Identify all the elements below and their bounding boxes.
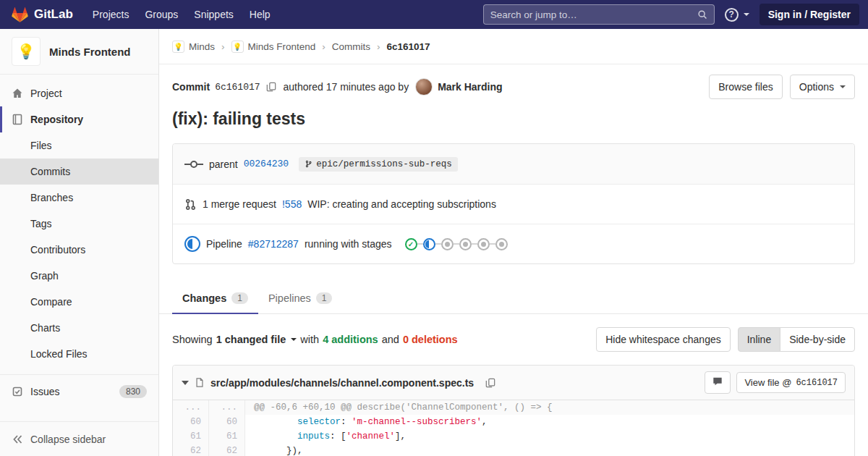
pipeline-running-icon[interactable] xyxy=(184,236,200,252)
new-line-number[interactable]: ... xyxy=(209,400,245,415)
toggle-comments-button[interactable] xyxy=(705,371,731,394)
tab-changes[interactable]: Changes1 xyxy=(172,283,258,313)
comment-icon xyxy=(712,376,723,389)
new-line-number[interactable]: 60 xyxy=(209,415,245,429)
additions-count: 4 additions xyxy=(323,334,378,345)
diff-hunk-line: ......@@ -60,6 +60,10 @@ describe('Chann… xyxy=(173,400,854,415)
repository-submenu: FilesCommitsBranchesTagsContributorsGrap… xyxy=(0,132,158,367)
pipeline-stage-created-icon[interactable] xyxy=(441,238,454,250)
old-line-number[interactable]: 60 xyxy=(173,415,209,429)
search-box[interactable] xyxy=(483,4,715,25)
sidebar-item-tags[interactable]: Tags xyxy=(0,211,158,237)
tab-label: Changes xyxy=(182,292,226,304)
tab-count-badge: 1 xyxy=(316,292,333,304)
pipeline-stage-created-icon[interactable] xyxy=(477,238,490,250)
pipeline-stage-success-icon[interactable]: ✓ xyxy=(405,238,417,250)
help-dropdown[interactable]: ? xyxy=(725,8,749,22)
sidebar-item-locked-files[interactable]: Locked Files xyxy=(0,341,158,367)
hide-whitespace-button[interactable]: Hide whitespace changes xyxy=(596,327,731,352)
stage-connector xyxy=(472,243,477,245)
code-token: @@ -60,6 +60,10 @@ describe('ChannelComp… xyxy=(254,402,553,413)
file-icon xyxy=(195,377,205,388)
nav-item-snippets[interactable]: Snippets xyxy=(186,1,241,28)
commit-icon xyxy=(184,159,203,169)
new-line-number[interactable]: 61 xyxy=(209,429,245,444)
breadcrumb-minds[interactable]: 💡Minds xyxy=(172,41,215,53)
nav-item-projects[interactable]: Projects xyxy=(85,1,137,28)
nav-item-help[interactable]: Help xyxy=(242,1,278,28)
file-path[interactable]: src/app/modules/channels/channel.compone… xyxy=(210,377,474,389)
merge-request-icon xyxy=(184,198,197,211)
sidebar-item-repository[interactable]: Repository xyxy=(0,106,158,132)
pipeline-mini-graph: ✓ xyxy=(405,238,508,250)
inline-view-button[interactable]: Inline xyxy=(738,327,780,352)
sidebar-item-compare[interactable]: Compare xyxy=(0,289,158,315)
breadcrumb-minds-frontend[interactable]: 💡Minds Frontend xyxy=(231,41,316,53)
authored-text: authored xyxy=(284,81,323,93)
diff-mode-toggle: Inline Side-by-side xyxy=(738,327,855,352)
authored-time: 17 minutes ago xyxy=(326,81,396,93)
gitlab-logo[interactable]: GitLab xyxy=(12,7,73,23)
code-token: inputs xyxy=(297,431,330,442)
sidebar-item-label: Issues xyxy=(30,386,59,397)
options-label: Options xyxy=(799,81,834,93)
group-avatar-icon: 💡 xyxy=(172,41,184,53)
view-file-button[interactable]: View file @ 6c161017 xyxy=(736,372,846,393)
sign-in-button[interactable]: Sign in / Register xyxy=(760,4,859,25)
old-line-number[interactable]: 62 xyxy=(173,444,209,456)
tab-pipelines[interactable]: Pipelines1 xyxy=(258,283,343,313)
sidebar-item-branches[interactable]: Branches xyxy=(0,185,158,211)
sidebar-item-graph[interactable]: Graph xyxy=(0,263,158,289)
pipeline-stage-created-icon[interactable] xyxy=(459,238,472,250)
pipeline-label: Pipeline xyxy=(206,238,242,250)
old-line-number[interactable]: ... xyxy=(173,400,209,415)
mr-count-text: 1 merge request xyxy=(203,198,276,210)
old-line-number[interactable]: 61 xyxy=(173,429,209,444)
authored-by-text: by xyxy=(398,81,409,93)
search-icon[interactable] xyxy=(697,9,707,20)
sidebar-item-files[interactable]: Files xyxy=(0,132,158,159)
author-name[interactable]: Mark Harding xyxy=(438,81,502,93)
sidebar-item-contributors[interactable]: Contributors xyxy=(0,237,158,263)
author-avatar[interactable] xyxy=(415,78,433,96)
pipeline-id-link[interactable]: #82712287 xyxy=(248,238,299,250)
code-token: : [ xyxy=(330,431,346,442)
project-context-header[interactable]: 💡 Minds Frontend xyxy=(0,29,158,75)
code-token: }), xyxy=(254,446,303,456)
sidebar-item-charts[interactable]: Charts xyxy=(0,315,158,341)
parent-sha-link[interactable]: 00264230 xyxy=(244,159,289,169)
with-text: with xyxy=(300,334,319,345)
browse-files-button[interactable]: Browse files xyxy=(709,75,782,99)
code-line: @@ -60,6 +60,10 @@ describe('ChannelComp… xyxy=(245,400,854,415)
file-actions: View file @ 6c161017 xyxy=(705,371,846,394)
branch-ref-badge[interactable]: epic/permissions-sub-reqs xyxy=(299,157,458,172)
options-dropdown-button[interactable]: Options xyxy=(790,75,855,99)
new-line-number[interactable]: 62 xyxy=(209,444,245,456)
side-by-side-view-button[interactable]: Side-by-side xyxy=(780,327,855,352)
changed-files-label: 1 changed file xyxy=(216,334,286,345)
search-input[interactable] xyxy=(490,9,697,20)
gitlab-logo-text: GitLab xyxy=(34,7,73,22)
sidebar-item-issues[interactable]: Issues 830 xyxy=(0,374,158,408)
pipeline-stage-created-icon[interactable] xyxy=(495,238,508,250)
showing-text: Showing xyxy=(172,334,213,345)
stage-connector xyxy=(417,243,423,245)
collapse-file-icon[interactable] xyxy=(182,381,189,385)
collapse-sidebar-button[interactable]: Collapse sidebar xyxy=(0,421,158,456)
sidebar-item-label: Project xyxy=(30,88,62,99)
main-content: 💡Minds›💡Minds Frontend›Commits›6c161017 … xyxy=(159,29,868,456)
copy-sha-icon[interactable] xyxy=(266,82,276,92)
changed-files-dropdown[interactable]: 1 changed file xyxy=(216,334,297,345)
nav-item-groups[interactable]: Groups xyxy=(137,1,186,28)
sidebar-item-commits[interactable]: Commits xyxy=(0,159,158,185)
copy-path-icon[interactable] xyxy=(485,378,495,388)
pipeline-stage-running-icon[interactable] xyxy=(423,238,435,250)
diff-line: 6161 inputs: ['channel'], xyxy=(173,429,854,444)
group-avatar-icon: 💡 xyxy=(231,41,244,53)
breadcrumb-commits[interactable]: Commits xyxy=(332,41,370,52)
collapse-label: Collapse sidebar xyxy=(30,434,106,445)
parent-label: parent xyxy=(209,159,238,170)
sidebar-item-project[interactable]: Project xyxy=(0,80,158,106)
left-sidebar: 💡 Minds Frontend Project Repository File… xyxy=(0,29,159,456)
mr-ref-link[interactable]: !558 xyxy=(282,198,302,210)
